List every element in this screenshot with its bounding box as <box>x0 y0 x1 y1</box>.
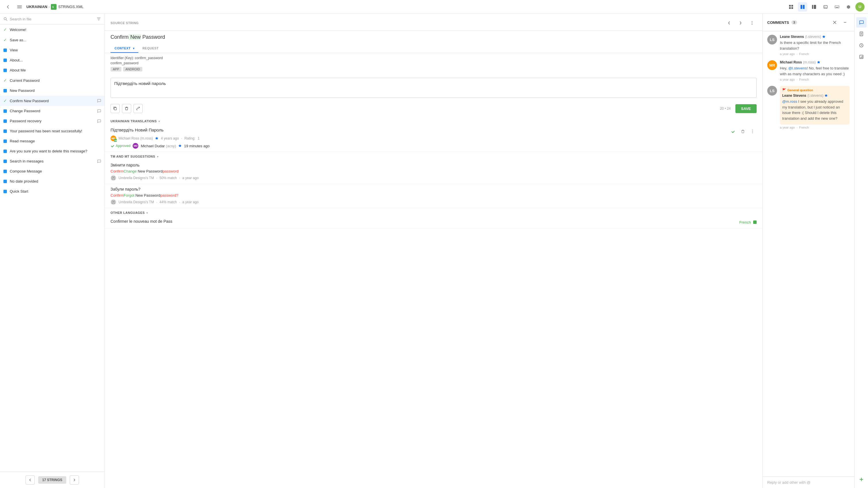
comment-footer-1: a year ago · French <box>780 52 849 56</box>
status-dot <box>3 110 7 113</box>
save-button[interactable]: SAVE <box>735 104 756 113</box>
terminal-button[interactable] <box>821 2 830 11</box>
verified-badge-3 <box>825 94 828 97</box>
file-label: S STRINGS.XML <box>51 4 84 10</box>
suggestion-source-2: Umbrella Designs's TM <box>119 200 154 204</box>
tm-suggestions-header[interactable]: TM AND MT SUGGESTIONS ▾ <box>105 152 763 160</box>
sidebar-item-label: Current Password <box>10 79 101 83</box>
status-dot <box>3 69 7 72</box>
search-input[interactable] <box>10 17 94 21</box>
keyboard-button[interactable] <box>832 2 842 11</box>
sidebar-item-active[interactable]: ✓ Confirm New Password <box>0 96 104 106</box>
more-options-button[interactable] <box>747 19 756 28</box>
nav-next-button[interactable] <box>736 19 745 28</box>
suggestion-time: a year ago <box>182 176 198 180</box>
right-icons-panel <box>854 14 868 488</box>
next-string-button[interactable] <box>70 476 79 485</box>
section-scroll: UKRAINIAN TRANSLATIONS ▾ Підтвердіть Нов… <box>105 117 763 488</box>
sidebar-item[interactable]: Change Password <box>0 106 104 116</box>
check-icon: ✓ <box>3 27 7 32</box>
copy-source-button[interactable] <box>111 104 120 113</box>
comment-author-3: Leane Stevens (l.stevens) <box>782 94 847 98</box>
avatar[interactable]: U <box>856 2 865 11</box>
menu-button[interactable] <box>15 2 24 11</box>
approve-button[interactable] <box>729 127 737 135</box>
sidebar-item[interactable]: ✓ Save as... <box>0 35 104 45</box>
sidebar-item-label: Quick Start <box>10 189 101 193</box>
svg-rect-11 <box>812 5 813 9</box>
other-languages-header[interactable]: OTHER LANGUAGES ▾ <box>105 208 763 216</box>
document-panel-toggle[interactable] <box>856 29 867 39</box>
layout-grid-button[interactable] <box>786 2 796 11</box>
svg-rect-7 <box>789 7 791 9</box>
translation-entry: Підтвердіть Новий Пароль <box>105 125 763 152</box>
comments-panel-toggle[interactable] <box>856 17 867 28</box>
translation-input[interactable]: Підтвердіть новий пароль <box>111 78 756 98</box>
sidebar-item[interactable]: About... <box>0 55 104 65</box>
filter-icon[interactable] <box>96 17 101 21</box>
other-lang-text: Confirmer le nouveau mot de Pass <box>111 219 173 224</box>
tab-context[interactable]: CONTEXT ▾ <box>111 43 138 53</box>
settings-button[interactable] <box>844 2 853 11</box>
suggestion-entry-2: Забули пароль? ConfirmForgot New Passwor… <box>105 184 763 208</box>
suggestion-match-pct-2: 44% match <box>160 200 177 204</box>
section-label: TM AND MT SUGGESTIONS <box>111 155 155 158</box>
content-header: SOURCE STRING <box>105 14 763 31</box>
back-button[interactable] <box>3 2 12 11</box>
sidebar-item[interactable]: New Password <box>0 86 104 96</box>
svg-rect-12 <box>814 5 816 9</box>
comment-icon <box>97 119 101 123</box>
section-arrow-other: ▾ <box>146 211 148 214</box>
identifier-label: Identifier (Key): <box>111 56 134 60</box>
layout-split-button[interactable] <box>798 2 807 11</box>
delete-entry-button[interactable] <box>739 127 747 135</box>
sidebar-item[interactable]: About Me <box>0 65 104 75</box>
comment-text-1: Is there a specific limit for the French… <box>780 40 849 51</box>
sidebar-item[interactable]: Are you sure you want to delete this mes… <box>0 146 104 156</box>
delete-translation-button[interactable] <box>122 104 131 113</box>
approved-row: Approved MD Michael Dudar (acsy) 19 minu… <box>111 143 756 149</box>
sidebar-bottom: 17 STRINGS <box>0 471 104 488</box>
tag-app: APP <box>111 67 121 71</box>
sidebar-item[interactable]: ✓ Current Password <box>0 75 104 86</box>
sidebar-item[interactable]: Password recovery <box>0 116 104 126</box>
sidebar-item[interactable]: Your password has been reset successfull… <box>0 126 104 136</box>
sidebar-item[interactable]: Search in messages <box>0 156 104 166</box>
entry-row: Підтвердіть Новий Пароль <box>111 127 756 135</box>
ukrainian-translations-header[interactable]: UKRAINIAN TRANSLATIONS ▾ <box>105 117 763 125</box>
status-dot <box>3 59 7 62</box>
source-string-title: Confirm New Password <box>105 31 763 43</box>
sidebar-item[interactable]: Quick Start <box>0 186 104 196</box>
tm-badge: TM <box>114 139 117 142</box>
sidebar: ✓ Welcome! ✓ Save as... View About... <box>0 14 105 488</box>
flag-label: 🚩 General question <box>782 88 847 92</box>
nav-prev-button[interactable] <box>724 19 734 28</box>
close-comments-button[interactable] <box>830 18 839 27</box>
sidebar-item[interactable]: Compose Message <box>0 166 104 176</box>
translation-text: Підтвердіть Новий Пароль <box>111 127 164 132</box>
sidebar-item-label: Password recovery <box>10 119 94 123</box>
sidebar-item[interactable]: No date provided <box>0 176 104 186</box>
entry-more-button[interactable] <box>749 127 756 135</box>
sidebar-item[interactable]: View <box>0 45 104 55</box>
resize-button[interactable] <box>133 104 143 113</box>
verified-icon <box>155 136 158 140</box>
svg-rect-6 <box>792 5 793 7</box>
sidebar-item[interactable]: Read message <box>0 136 104 146</box>
report-panel-toggle[interactable] <box>856 52 867 62</box>
minimize-comments-button[interactable] <box>840 18 849 27</box>
comments-list: LS Leane Stevens (l.stevens) Is there a … <box>763 31 854 477</box>
sidebar-item-label: About... <box>10 58 101 62</box>
sidebar-item-label: Change Password <box>10 109 94 113</box>
sidebar-item[interactable]: ✓ Welcome! <box>0 24 104 35</box>
history-panel-toggle[interactable] <box>856 40 867 51</box>
time-ago: 4 years ago <box>161 136 179 141</box>
add-panel-button[interactable] <box>856 474 867 485</box>
tab-request[interactable]: REQUEST <box>138 43 163 53</box>
rating-value: 1 <box>197 136 199 141</box>
layout-sidebar-button[interactable] <box>809 2 818 11</box>
svg-point-32 <box>752 131 753 132</box>
reply-input[interactable] <box>767 480 849 485</box>
save-area: 20 • 24 SAVE <box>720 104 756 113</box>
prev-string-button[interactable] <box>26 476 35 485</box>
